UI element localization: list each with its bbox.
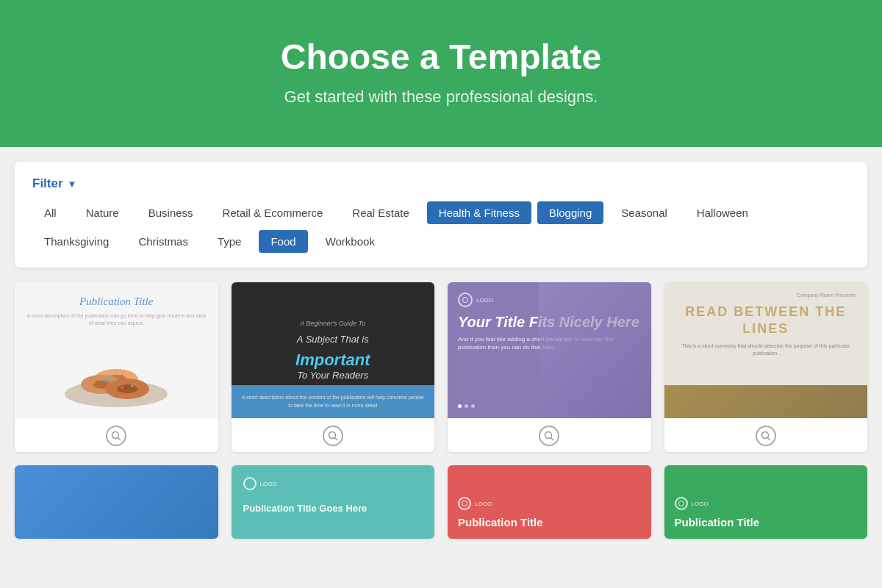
tag-food[interactable]: Food (259, 230, 307, 253)
t4-bottom-image (664, 385, 868, 418)
t7-logo-circle (458, 497, 471, 510)
tag-blogging[interactable]: Blogging (537, 201, 603, 224)
template-thumb-chalkboard: A Beginner's Guide To A Subject That is … (232, 282, 435, 418)
t8-title: Publication Title (675, 516, 858, 528)
t8-logo-svg (678, 500, 685, 507)
svg-point-10 (93, 381, 96, 384)
template-card-chalkboard[interactable]: A Beginner's Guide To A Subject That is … (232, 282, 435, 452)
template-footer-3 (448, 418, 651, 452)
tag-halloween[interactable]: Halloween (685, 201, 760, 224)
zoom-svg-2 (328, 431, 338, 441)
template-footer-2 (232, 418, 435, 452)
t6-title: Publication Title Goes Here (243, 502, 368, 515)
page-subtitle: Get started with these professional desi… (15, 87, 867, 107)
svg-line-17 (334, 438, 337, 441)
tag-health-fitness[interactable]: Health & Fitness (427, 201, 531, 224)
t7-logo-row: LOGO (458, 497, 641, 510)
t4-title: READ BETWEEN THE LINES (676, 304, 856, 338)
filter-dropdown-icon[interactable]: ▼ (68, 179, 77, 190)
t1-description: A short description of the publication c… (25, 312, 208, 327)
t4-description: This is a short summary that should desc… (676, 343, 856, 358)
template-grid: Publication Title A short description of… (15, 282, 867, 539)
t7-logo-svg (461, 500, 468, 507)
t3-logo-circle (458, 293, 473, 307)
t3-logo-text: LOGO (476, 297, 493, 304)
dot-2 (465, 404, 468, 408)
t7-logo-text: LOGO (475, 501, 492, 507)
zoom-svg-4 (761, 431, 771, 441)
template-thumb-red: LOGO Publication Title (448, 465, 651, 539)
zoom-svg-3 (544, 431, 554, 441)
template-grid-section: Publication Title A short description of… (15, 282, 867, 553)
filter-panel: Filter ▼ All Nature Business Retail & Ec… (15, 162, 867, 268)
template-thumb-readbetween: Company Name Presents READ BETWEEN THE L… (664, 282, 868, 418)
template-card-readbetween[interactable]: Company Name Presents READ BETWEEN THE L… (664, 282, 868, 452)
template-card-fitness[interactable]: LOGO Your Title Fits Nicely Here And if … (448, 282, 651, 452)
t3-dots (458, 404, 475, 408)
tag-realestate[interactable]: Real Estate (340, 201, 421, 224)
svg-point-12 (121, 386, 123, 389)
template-card-blue[interactable] (15, 465, 218, 539)
tag-type[interactable]: Type (206, 230, 254, 253)
tag-business[interactable]: Business (137, 201, 205, 224)
svg-point-19 (545, 432, 552, 439)
tag-workbook[interactable]: Workbook (314, 230, 387, 253)
zoom-icon-4[interactable] (756, 426, 776, 446)
page-title: Choose a Template (15, 37, 867, 77)
t2-readers-text: To Your Readers (297, 370, 368, 381)
t6-logo-text: LOGO (260, 481, 277, 487)
svg-point-13 (132, 384, 134, 387)
t3-logo-svg (462, 296, 469, 304)
svg-point-14 (112, 432, 119, 439)
template-thumb-fitness: LOGO Your Title Fits Nicely Here And if … (448, 282, 651, 418)
svg-line-22 (767, 438, 770, 441)
tag-thanksgiving[interactable]: Thanksgiving (32, 230, 121, 253)
t3-logo-row: LOGO (458, 293, 493, 307)
tag-retail[interactable]: Retail & Ecommerce (211, 201, 335, 224)
dot-3 (471, 404, 475, 408)
template-card-green[interactable]: LOGO Publication Title (664, 465, 868, 539)
svg-point-7 (109, 376, 112, 379)
t6-logo-circle (243, 477, 257, 490)
template-footer-1 (15, 418, 218, 452)
filter-header: Filter ▼ (32, 176, 850, 191)
template-thumb-teal: LOGO Publication Title Goes Here (232, 465, 435, 539)
zoom-icon-2[interactable] (323, 426, 343, 446)
tag-christmas[interactable]: Christmas (126, 230, 200, 253)
t8-logo-circle (675, 497, 688, 510)
t1-publication-title: Publication Title (79, 295, 153, 308)
template-card-teal[interactable]: LOGO Publication Title Goes Here (232, 465, 435, 539)
template-thumb-donuts: Publication Title A short description of… (15, 282, 218, 418)
tag-all[interactable]: All (32, 201, 68, 224)
zoom-icon-1[interactable] (106, 426, 126, 446)
svg-point-18 (463, 298, 468, 303)
page-header: Choose a Template Get started with these… (0, 0, 882, 147)
svg-point-6 (117, 384, 137, 393)
t8-logo-text: LOGO (692, 501, 709, 507)
t2-important-text: Important (295, 351, 370, 370)
svg-point-11 (104, 380, 107, 383)
template-card-red[interactable]: LOGO Publication Title (448, 465, 651, 539)
svg-point-9 (114, 379, 116, 381)
dot-1 (458, 404, 462, 408)
filter-label: Filter (32, 176, 63, 191)
svg-point-21 (761, 432, 768, 439)
svg-line-15 (118, 438, 121, 441)
t2-footer-bar: A short description about the content of… (232, 385, 435, 418)
t2-main-line1: A Subject That is (297, 333, 369, 346)
filter-tags-container: All Nature Business Retail & Ecommerce R… (32, 201, 850, 253)
template-footer-4 (664, 418, 868, 452)
t2-small-text: A Beginner's Guide To (300, 320, 365, 327)
zoom-svg-1 (111, 431, 121, 441)
tag-seasonal[interactable]: Seasonal (609, 201, 679, 224)
template-card-donuts[interactable]: Publication Title A short description of… (15, 282, 218, 452)
t6-logo-row: LOGO (243, 477, 277, 490)
t8-logo-row: LOGO (675, 497, 858, 510)
svg-point-24 (678, 501, 684, 506)
template-thumb-blue (15, 465, 218, 539)
svg-point-23 (462, 501, 467, 506)
svg-point-8 (121, 374, 123, 376)
zoom-icon-3[interactable] (539, 426, 559, 446)
tag-nature[interactable]: Nature (74, 201, 131, 224)
svg-point-16 (329, 432, 335, 439)
